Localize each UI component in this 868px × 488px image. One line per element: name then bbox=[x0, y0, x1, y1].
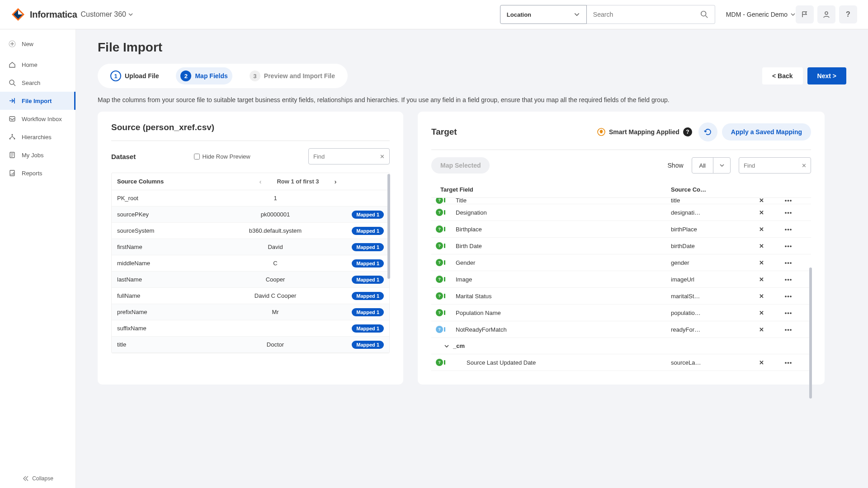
source-find-box[interactable]: ✕ bbox=[308, 148, 390, 164]
source-row[interactable]: lastNameCooperMapped 1 bbox=[112, 272, 389, 288]
source-column-mapped: maritalSt… bbox=[671, 293, 743, 300]
row-menu-icon[interactable]: ••• bbox=[779, 226, 797, 233]
remove-mapping-icon[interactable]: ✕ bbox=[743, 359, 779, 366]
source-row[interactable]: sourcePKeypk0000001Mapped 1 bbox=[112, 206, 389, 223]
mapped-badge: Mapped 1 bbox=[352, 292, 384, 300]
source-row[interactable]: sourceSystemb360.default.systemMapped 1 bbox=[112, 223, 389, 239]
remove-mapping-icon[interactable]: ✕ bbox=[743, 198, 779, 204]
tenant-switcher[interactable]: MDM - Generic Demo bbox=[726, 11, 796, 18]
description-text: Map the columns from your source file to… bbox=[98, 96, 846, 103]
row-menu-icon[interactable]: ••• bbox=[779, 276, 797, 283]
remove-mapping-icon[interactable]: ✕ bbox=[743, 310, 779, 316]
help-icon-button[interactable]: ? bbox=[839, 5, 857, 23]
find-input[interactable] bbox=[744, 162, 798, 169]
remove-mapping-icon[interactable]: ✕ bbox=[743, 326, 779, 333]
remove-mapping-icon[interactable]: ✕ bbox=[743, 259, 779, 266]
source-row[interactable]: suffixNameMapped 1 bbox=[112, 320, 389, 337]
sidebar-item-search[interactable]: Search bbox=[0, 74, 75, 92]
sidebar-item-home[interactable]: Home bbox=[0, 56, 75, 74]
target-row[interactable]: ?Source Last Updated DatesourceLa…✕••• bbox=[431, 354, 811, 371]
remove-mapping-icon[interactable]: ✕ bbox=[743, 209, 779, 216]
user-icon-button[interactable] bbox=[817, 5, 835, 23]
mapped-badge: Mapped 1 bbox=[352, 227, 384, 235]
sidebar-item-workflow-inbox[interactable]: Workflow Inbox bbox=[0, 110, 75, 128]
target-row[interactable]: ?NotReadyForMatchreadyFor…✕••• bbox=[431, 321, 811, 338]
global-search[interactable] bbox=[587, 5, 715, 24]
group-name: _cm bbox=[453, 343, 465, 349]
apply-saved-mapping-button[interactable]: Apply a Saved Mapping bbox=[722, 123, 811, 141]
source-column-value: 1 bbox=[212, 195, 339, 202]
target-field-name: Gender bbox=[448, 259, 671, 266]
undo-mapping-button[interactable] bbox=[698, 122, 717, 141]
col-source-column: Source Co… bbox=[671, 186, 743, 193]
smart-map-indicator-icon: ? bbox=[436, 209, 448, 216]
remove-mapping-icon[interactable]: ✕ bbox=[743, 276, 779, 283]
sidebar-item-file-import[interactable]: File Import bbox=[0, 92, 75, 110]
brand-name: Informatica bbox=[30, 9, 77, 20]
row-menu-icon[interactable]: ••• bbox=[779, 326, 797, 333]
target-find-box[interactable]: ✕ bbox=[739, 157, 811, 174]
sidebar-item-new[interactable]: New bbox=[0, 35, 75, 53]
hide-row-preview-checkbox[interactable]: Hide Row Preview bbox=[194, 153, 250, 160]
target-row[interactable]: ?Gendergender✕••• bbox=[431, 254, 811, 271]
row-menu-icon[interactable]: ••• bbox=[779, 198, 797, 204]
row-menu-icon[interactable]: ••• bbox=[779, 359, 797, 366]
target-row[interactable]: ?Birth DatebirthDate✕••• bbox=[431, 238, 811, 254]
location-dropdown[interactable]: Location bbox=[500, 5, 587, 24]
row-menu-icon[interactable]: ••• bbox=[779, 243, 797, 249]
dataset-label: Dataset bbox=[111, 153, 136, 160]
source-column-name: sourceSystem bbox=[117, 227, 212, 234]
sidebar-item-reports[interactable]: Reports bbox=[0, 164, 75, 182]
target-table-header: Target Field Source Co… bbox=[431, 182, 811, 198]
sidebar-item-my-jobs[interactable]: My Jobs bbox=[0, 146, 75, 164]
target-row[interactable]: ?Titletitle✕••• bbox=[431, 198, 811, 204]
clear-icon[interactable]: ✕ bbox=[380, 153, 385, 160]
row-menu-icon[interactable]: ••• bbox=[779, 259, 797, 266]
sidebar-label: Workflow Inbox bbox=[22, 116, 62, 122]
source-row[interactable]: prefixNameMrMapped 1 bbox=[112, 304, 389, 320]
remove-mapping-icon[interactable]: ✕ bbox=[743, 243, 779, 249]
sidebar-item-hierarchies[interactable]: Hierarchies bbox=[0, 128, 75, 146]
target-row[interactable]: ?BirthplacebirthPlace✕••• bbox=[431, 221, 811, 238]
find-input[interactable] bbox=[313, 153, 368, 160]
target-field-name: Source Last Updated Date bbox=[448, 359, 671, 366]
clear-icon[interactable]: ✕ bbox=[802, 162, 807, 169]
source-row[interactable]: PK_root1 bbox=[112, 190, 389, 206]
next-button[interactable]: Next > bbox=[807, 67, 846, 84]
source-panel: Source (person_xref.csv) Dataset Hide Ro… bbox=[98, 112, 403, 385]
scrollbar-thumb[interactable] bbox=[387, 174, 390, 279]
target-group-row[interactable]: _cm bbox=[431, 338, 811, 354]
source-column-value: David bbox=[212, 244, 339, 250]
tenant-name: MDM - Generic Demo bbox=[726, 11, 788, 18]
source-row[interactable]: fullNameDavid C CooperMapped 1 bbox=[112, 288, 389, 304]
product-switcher[interactable]: Customer 360 bbox=[81, 10, 134, 19]
next-row-icon[interactable]: › bbox=[335, 178, 337, 185]
step-upload[interactable]: 1 Upload File bbox=[106, 67, 163, 84]
target-row[interactable]: ?ImageimageUrl✕••• bbox=[431, 271, 811, 288]
back-button[interactable]: < Back bbox=[762, 67, 803, 84]
step-label: Upload File bbox=[125, 72, 159, 80]
step-preview[interactable]: 3 Preview and Import File bbox=[245, 67, 340, 84]
target-row[interactable]: ?Marital StatusmaritalSt…✕••• bbox=[431, 288, 811, 305]
source-row[interactable]: middleNameCMapped 1 bbox=[112, 255, 389, 272]
info-icon[interactable]: ? bbox=[683, 127, 692, 136]
source-column-value: pk0000001 bbox=[212, 211, 339, 218]
remove-mapping-icon[interactable]: ✕ bbox=[743, 293, 779, 300]
checkbox[interactable] bbox=[194, 154, 200, 160]
row-menu-icon[interactable]: ••• bbox=[779, 209, 797, 216]
scrollbar-thumb[interactable] bbox=[809, 267, 812, 399]
source-row[interactable]: titleDoctorMapped 1 bbox=[112, 337, 389, 353]
target-row[interactable]: ?Population Namepopulatio…✕••• bbox=[431, 305, 811, 321]
search-input[interactable] bbox=[593, 11, 684, 18]
show-filter-dropdown[interactable]: All bbox=[692, 157, 731, 174]
row-menu-icon[interactable]: ••• bbox=[779, 310, 797, 316]
sidebar-label: Search bbox=[22, 80, 40, 86]
prev-row-icon[interactable]: ‹ bbox=[259, 178, 261, 185]
flag-icon-button[interactable] bbox=[796, 5, 814, 23]
collapse-sidebar-button[interactable]: Collapse bbox=[0, 475, 75, 482]
remove-mapping-icon[interactable]: ✕ bbox=[743, 226, 779, 233]
row-menu-icon[interactable]: ••• bbox=[779, 293, 797, 300]
source-row[interactable]: firstNameDavidMapped 1 bbox=[112, 239, 389, 255]
target-row[interactable]: ?Designationdesignati…✕••• bbox=[431, 204, 811, 221]
step-map[interactable]: 2 Map Fields bbox=[176, 67, 232, 84]
